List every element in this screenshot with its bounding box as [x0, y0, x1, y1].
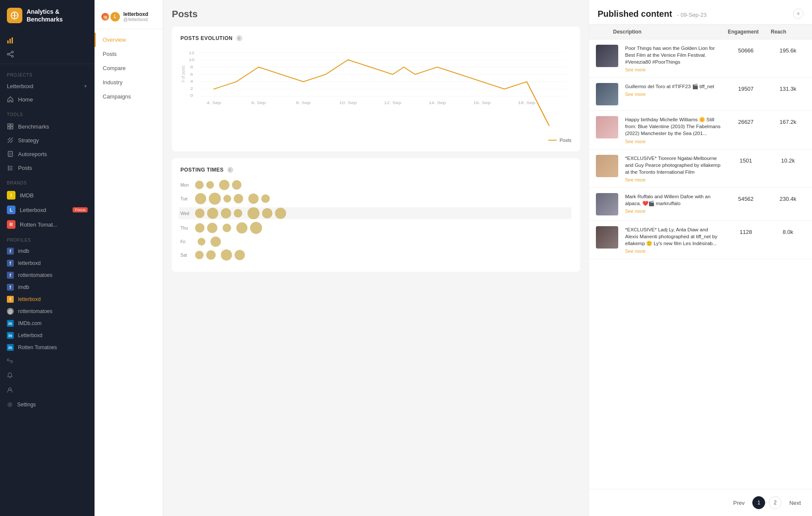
svg-point-22 — [8, 166, 9, 167]
see-more-link-5[interactable]: See more — [625, 209, 721, 214]
brand-letterboxd[interactable]: L Letterboxd Focus — [0, 203, 95, 217]
profile-letterboxd-fb[interactable]: f letterboxd — [0, 257, 95, 269]
content-description-1: Poor Things has won the Golden Lion for … — [625, 45, 721, 72]
projects-label: Projects — [0, 67, 95, 80]
engagement-value-2: 19507 — [724, 83, 767, 92]
content-text: Mark Ruffalo and Willem Dafoe with an al… — [625, 193, 721, 207]
see-more-link-1[interactable]: See more — [625, 67, 721, 72]
sidebar-link-icon[interactable] — [0, 353, 95, 368]
panel-title: Published content — [598, 9, 672, 18]
see-more-link-4[interactable]: See more — [625, 177, 721, 182]
legend-line-posts — [548, 140, 557, 141]
svg-rect-14 — [11, 127, 13, 129]
posting-dot — [219, 180, 229, 190]
see-more-link-6[interactable]: See more — [625, 249, 721, 254]
svg-point-24 — [8, 168, 9, 169]
brand-letter-letterboxd: L — [7, 206, 15, 214]
brands-label: BRANDS — [0, 175, 95, 188]
brand-letter-imdb: I — [7, 191, 15, 200]
col-thumb — [596, 29, 613, 35]
svg-point-29 — [9, 404, 11, 405]
subnav-posts[interactable]: Posts — [95, 47, 163, 61]
main-avatar: L — [110, 12, 120, 22]
profile-imdb-li[interactable]: in IMDb.com — [0, 317, 95, 329]
sidebar-settings[interactable]: Settings — [0, 397, 95, 412]
prev-button[interactable]: Prev — [729, 497, 749, 509]
page-2-button[interactable]: 2 — [769, 496, 781, 509]
posting-row-mon: Mon — [180, 180, 571, 190]
posting-dot — [195, 209, 205, 218]
sidebar-benchmarks[interactable]: Benchmarks — [0, 120, 95, 133]
sidebar-share-icon[interactable] — [0, 47, 95, 61]
svg-text:# of posts: # of posts — [180, 66, 186, 83]
svg-rect-12 — [11, 124, 13, 126]
table-row: Happy birthday Michelle Williams 🌼 Still… — [589, 111, 812, 149]
sidebar-bell-icon[interactable] — [0, 368, 95, 383]
posting-dot — [223, 224, 231, 232]
sidebar-strategy[interactable]: Strategy — [0, 133, 95, 147]
svg-line-10 — [9, 55, 12, 56]
profile-letterboxd-fb2[interactable]: f letterboxd — [0, 293, 95, 305]
svg-point-7 — [12, 51, 13, 53]
posting-dot — [275, 208, 286, 219]
reach-value-1: 195.6k — [771, 45, 805, 54]
engagement-value-4: 1501 — [724, 155, 767, 164]
col-engagement-header: Engagement — [728, 29, 771, 35]
sidebar-analytics-icon[interactable] — [0, 34, 95, 47]
linkedin-icon-letterboxd: in — [7, 332, 14, 339]
profiles-label: PROFILES — [0, 232, 95, 245]
table-row: Guillermo del Toro at #TIFF23 🎬 tiff_net… — [589, 78, 812, 111]
subnav-compare[interactable]: Compare — [95, 61, 163, 75]
posting-dot — [206, 250, 216, 260]
content-text: Happy birthday Michelle Williams 🌼 Still… — [625, 116, 721, 137]
tools-label: TOOLS — [0, 106, 95, 120]
profile-letterboxd-li[interactable]: in Letterboxd — [0, 329, 95, 341]
posting-row-thu: Thu — [180, 222, 571, 234]
profile-imdb-fb[interactable]: f imdb — [0, 245, 95, 257]
reach-value-2: 131.3k — [771, 83, 805, 92]
profile-imdb-fb2[interactable]: f imdb — [0, 281, 95, 293]
sidebar-posts[interactable]: Posts — [0, 161, 95, 175]
see-more-link-2[interactable]: See more — [625, 92, 721, 97]
profile-rotten-fb[interactable]: f rottentomatoes — [0, 269, 95, 281]
sidebar: Analytics & Benchmarks — [0, 0, 95, 516]
table-row: Mark Ruffalo and Willem Dafoe with an al… — [589, 188, 812, 221]
sidebar-home[interactable]: Home — [0, 92, 95, 106]
profile-rotten-li[interactable]: in Rotten Tomatoes — [0, 341, 95, 353]
facebook-icon-rotten: f — [7, 272, 14, 279]
svg-point-6 — [7, 53, 9, 55]
subnav-overview[interactable]: Overview — [95, 33, 163, 47]
brand-rottentomatoes[interactable]: R Rotten Tomat... — [0, 217, 95, 232]
profile-rotten-g[interactable]: @ rottentomatoes — [0, 305, 95, 317]
reach-value-5: 230.4k — [771, 193, 805, 202]
see-more-link-3[interactable]: See more — [625, 139, 721, 144]
svg-line-16 — [8, 138, 10, 140]
sidebar-autoreports[interactable]: Autoreports — [0, 147, 95, 161]
account-selector[interactable]: ig L letterboxd @/letterboxd — [95, 7, 163, 29]
sub-navigation: ig L letterboxd @/letterboxd Overview Po… — [95, 0, 163, 516]
svg-rect-5 — [12, 37, 13, 43]
posting-dot — [250, 222, 262, 234]
panel-close-button[interactable]: × — [793, 9, 803, 19]
brand-imdb[interactable]: I IMDB — [0, 188, 95, 203]
posting-dot — [234, 194, 243, 203]
svg-point-8 — [12, 55, 13, 57]
chart-legend: Posts — [180, 138, 571, 143]
svg-text:4: 4 — [190, 79, 193, 83]
next-button[interactable]: Next — [785, 497, 805, 509]
posting-row-tue: Tue — [180, 193, 571, 205]
table-header: Description Engagement Reach — [589, 25, 812, 40]
project-letterboxd[interactable]: Letterboxd ▼ — [0, 80, 95, 92]
svg-text:4. Sep: 4. Sep — [207, 101, 221, 104]
table-row: *EXCLUSIVE* Tioreore Ngatai-Melbourne an… — [589, 150, 812, 188]
content-description-4: *EXCLUSIVE* Tioreore Ngatai-Melbourne an… — [625, 155, 721, 182]
subnav-industry[interactable]: Industry — [95, 75, 163, 89]
page-title: Posts — [172, 9, 580, 20]
posting-dot — [223, 195, 231, 203]
subnav-campaigns[interactable]: Campaigns — [95, 89, 163, 104]
app-title: Analytics & Benchmarks — [27, 8, 63, 23]
page-1-button[interactable]: 1 — [752, 496, 765, 509]
posting-dot — [221, 208, 231, 218]
sidebar-user-icon[interactable] — [0, 383, 95, 397]
engagement-value-3: 26627 — [724, 116, 767, 125]
